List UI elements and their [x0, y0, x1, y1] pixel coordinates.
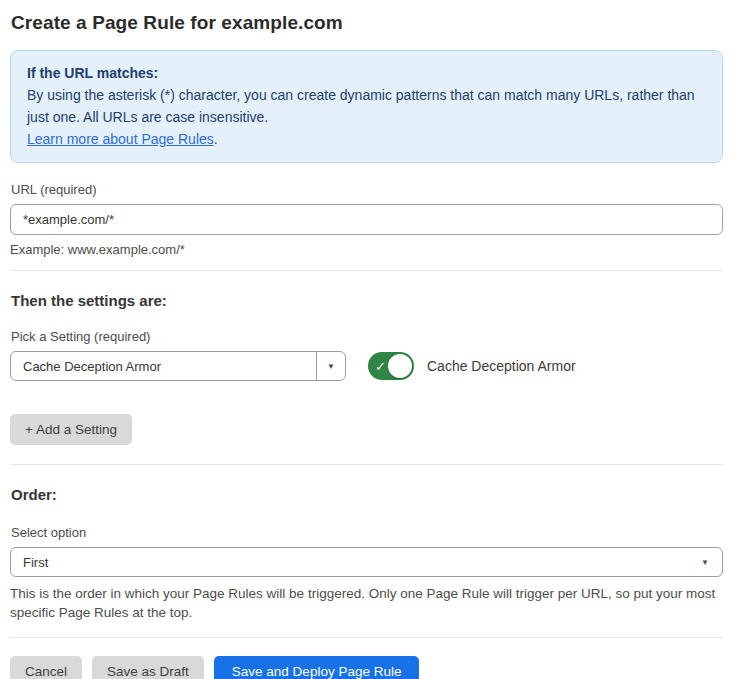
- create-page-rule-panel: Create a Page Rule for example.com If th…: [0, 0, 750, 679]
- toggle-label: Cache Deception Armor: [427, 358, 576, 374]
- chevron-down-icon: ▼: [701, 558, 709, 567]
- link-suffix: .: [214, 131, 218, 147]
- setting-toggle[interactable]: ✓: [368, 352, 414, 380]
- footer-actions: Cancel Save as Draft Save and Deploy Pag…: [10, 656, 723, 679]
- url-matches-info-box: If the URL matches: By using the asteris…: [10, 50, 723, 163]
- page-title: Create a Page Rule for example.com: [11, 12, 723, 34]
- setting-select[interactable]: Cache Deception Armor ▼: [10, 351, 346, 381]
- toggle-knob: [388, 354, 412, 378]
- setting-select-value: Cache Deception Armor: [11, 352, 316, 380]
- url-input[interactable]: [10, 204, 723, 235]
- order-select-value: First: [23, 555, 48, 570]
- save-as-draft-button[interactable]: Save as Draft: [92, 656, 204, 679]
- info-box-body: By using the asterisk (*) character, you…: [27, 84, 706, 128]
- info-box-heading: If the URL matches:: [27, 62, 706, 84]
- add-setting-button[interactable]: + Add a Setting: [10, 414, 132, 445]
- cancel-button[interactable]: Cancel: [10, 656, 82, 679]
- order-section-heading: Order:: [11, 486, 723, 503]
- divider: [10, 637, 723, 638]
- order-select[interactable]: First ▼: [10, 547, 723, 577]
- learn-more-link[interactable]: Learn more about Page Rules: [27, 131, 214, 147]
- url-example-helper: Example: www.example.com/*: [10, 242, 723, 257]
- order-helper-text: This is the order in which your Page Rul…: [10, 584, 723, 622]
- info-box-link-line: Learn more about Page Rules.: [27, 128, 706, 150]
- divider: [10, 464, 723, 465]
- setting-row: Cache Deception Armor ▼ ✓ Cache Deceptio…: [10, 351, 723, 381]
- save-and-deploy-button[interactable]: Save and Deploy Page Rule: [214, 656, 420, 679]
- settings-section-heading: Then the settings are:: [11, 292, 723, 309]
- pick-setting-label: Pick a Setting (required): [11, 329, 723, 344]
- divider: [10, 270, 723, 271]
- chevron-down-icon[interactable]: ▼: [316, 352, 345, 380]
- order-select-label: Select option: [11, 525, 723, 540]
- check-icon: ✓: [375, 359, 386, 374]
- url-field-label: URL (required): [11, 182, 723, 197]
